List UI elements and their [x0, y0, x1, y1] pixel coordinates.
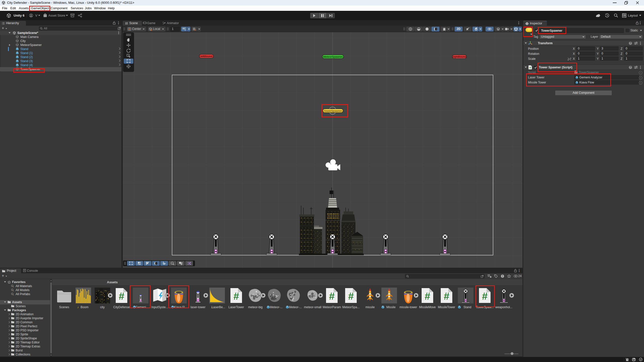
svg-text:#: #: [425, 291, 430, 302]
svg-text:MissileTower: MissileTower: [438, 305, 455, 309]
svg-text:#: #: [444, 291, 449, 302]
svg-text:city: city: [100, 305, 105, 309]
svg-text:missile: missile: [366, 305, 375, 309]
svg-text:MeteorSpawner: MeteorSpawner: [323, 55, 343, 58]
svg-text:MeteorSpa...: MeteorSpa...: [342, 305, 360, 309]
svg-text:meteor-small: meteor-small: [304, 305, 321, 309]
svg-text:Missile: Missile: [386, 305, 396, 309]
svg-text:MeteorParam: MeteorParam: [323, 305, 341, 309]
svg-text:CityDefense: CityDefense: [113, 305, 130, 309]
svg-text:#: #: [529, 66, 531, 69]
svg-text:MissileMove: MissileMove: [419, 305, 436, 309]
svg-text:Meteor-...: Meteor-...: [289, 305, 302, 309]
svg-text:#: #: [348, 291, 354, 302]
svg-text:LaserBe...: LaserBe...: [212, 305, 225, 309]
svg-text:Scenes: Scenes: [59, 305, 69, 309]
svg-text:leftBound: leftBound: [200, 55, 212, 58]
svg-text:rightBound: rightBound: [453, 55, 466, 58]
svg-text:InputSyste...: InputSyste...: [151, 305, 168, 309]
svg-text:meteor-big: meteor-big: [248, 305, 262, 309]
svg-text:#: #: [119, 291, 124, 302]
svg-text:Stand: Stand: [463, 305, 471, 309]
svg-text:missile-tower: missile-tower: [399, 305, 417, 309]
svg-text:?: ?: [630, 42, 631, 44]
svg-text:TowerSpawner: TowerSpawner: [324, 109, 342, 112]
svg-text:laser-tower: laser-tower: [190, 305, 205, 309]
svg-text:#: #: [233, 291, 239, 302]
svg-text:#: #: [329, 291, 335, 302]
svg-text:Boom: Boom: [80, 305, 88, 309]
svg-text:♪: ♪: [77, 305, 79, 309]
svg-text:?: ?: [630, 66, 631, 69]
svg-text:LaserTower: LaserTower: [228, 305, 244, 309]
svg-text:Meteor-...: Meteor-...: [270, 305, 283, 309]
svg-text:weaponhol...: weaponhol...: [495, 305, 512, 309]
